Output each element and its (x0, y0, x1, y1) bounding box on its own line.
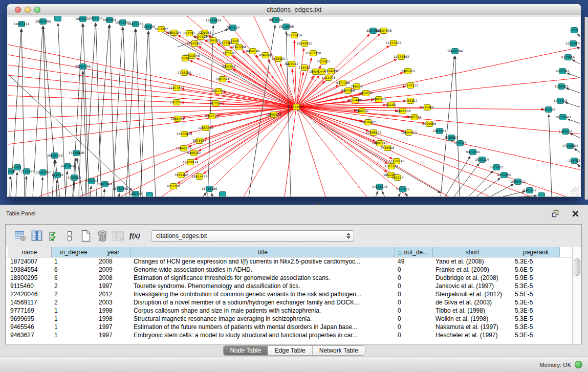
import-table-icon[interactable] (112, 230, 125, 243)
graph-edge[interactable] (96, 25, 109, 196)
graph-node[interactable]: 1965495 (171, 116, 185, 122)
tab-node-table[interactable]: Node Table (223, 346, 268, 355)
table-row[interactable]: 1830029562008Estimation of significance … (6, 274, 572, 282)
graph-node[interactable]: 1824534 (359, 91, 373, 96)
graph-node[interactable]: 2935114 (475, 157, 489, 163)
graph-node[interactable]: 6794028 (324, 69, 338, 74)
graph-edge[interactable] (83, 71, 87, 196)
graph-node[interactable]: 1244413 (554, 98, 568, 104)
graph-edge[interactable] (178, 107, 296, 184)
column-header-short[interactable]: short (433, 247, 512, 257)
graph-edge[interactable] (567, 119, 580, 124)
table-row[interactable]: 911546021997Tourette syndrome. Phenomeno… (6, 282, 572, 290)
graph-node[interactable]: 9560124 (167, 30, 181, 36)
graph-node[interactable]: 9242848 (222, 64, 236, 70)
graph-node[interactable]: 252254 (392, 175, 404, 181)
graph-edge[interactable] (85, 23, 95, 196)
column-header-pagerank[interactable]: pagerank (512, 247, 560, 257)
graph-edge[interactable] (398, 193, 400, 196)
graph-node[interactable]: 12213967 (386, 40, 402, 46)
graph-node[interactable]: 9890 (181, 56, 189, 61)
graph-edge[interactable] (566, 88, 580, 93)
graph-node[interactable]: 9857791 (167, 184, 181, 189)
graph-node[interactable]: 1640954 (433, 128, 447, 134)
column-header-name[interactable]: name (8, 247, 52, 257)
graph-node[interactable]: 7615526 (142, 24, 156, 30)
table-row[interactable]: 2242004622012Investigating the contribut… (6, 290, 572, 298)
graph-edge[interactable] (8, 85, 296, 107)
graph-node[interactable]: 1615152 (385, 164, 399, 169)
graph-node[interactable]: 1733426 (396, 187, 410, 192)
column-header-year[interactable]: year (96, 247, 131, 257)
graph-edge[interactable] (203, 107, 296, 196)
graph-node[interactable]: 917004 (210, 101, 222, 106)
graph-edge[interactable] (574, 148, 580, 153)
graph-edge[interactable] (26, 176, 27, 196)
window-titlebar[interactable]: citations_edges.txt (7, 4, 581, 15)
graph-node[interactable]: 8471675 (497, 172, 511, 178)
graph-edge[interactable] (565, 102, 580, 107)
graph-edge[interactable] (126, 29, 135, 196)
graph-node[interactable]: 1995810 (98, 182, 112, 187)
graph-node[interactable]: 12353584 (198, 125, 214, 131)
graph-node[interactable]: 19654923 (401, 130, 417, 136)
graph-node[interactable] (538, 193, 545, 197)
graph-node[interactable]: 9975887 (61, 164, 75, 169)
graph-node[interactable]: 12975115 (403, 83, 419, 89)
float-panel-icon[interactable] (549, 207, 562, 220)
graph-node[interactable]: 9146821 (259, 53, 273, 58)
graph-node[interactable]: 17359928 (69, 150, 84, 156)
graph-node[interactable]: 1209383 (555, 84, 569, 90)
graph-edge[interactable] (140, 31, 148, 196)
graph-node[interactable]: 16782759 (113, 186, 128, 192)
graph-edge[interactable] (455, 56, 460, 196)
graph-node[interactable] (146, 192, 153, 197)
column-header-title[interactable]: title (131, 247, 395, 257)
table-row[interactable]: 946554611997Estimation of the future num… (6, 323, 572, 331)
graph-edge[interactable] (376, 191, 378, 196)
graph-node[interactable]: 7932621 (490, 165, 504, 170)
resize-grip-icon[interactable] (571, 187, 579, 195)
node-table[interactable]: namein_degreeyeartitle△out_de...shortpag… (6, 247, 572, 344)
graph-node[interactable]: 7663822 (155, 27, 168, 32)
graph-node[interactable]: 14136141 (372, 184, 388, 190)
graph-edge[interactable] (513, 195, 537, 196)
graph-node[interactable]: 15046766 (176, 146, 192, 151)
select-column-icon[interactable] (30, 230, 43, 243)
graph-edge[interactable] (16, 172, 17, 196)
graph-node[interactable]: 12213563 (169, 85, 185, 91)
graph-node[interactable]: 7955812 (317, 59, 331, 64)
graph-node[interactable]: 16033809 (206, 18, 222, 24)
graph-node[interactable]: 1588520 (272, 56, 286, 62)
graph-edge[interactable] (296, 107, 410, 117)
column-header-in-degree[interactable]: in_degree (52, 247, 96, 257)
graph-node[interactable]: 16648784 (447, 49, 463, 54)
graph-edge[interactable] (296, 47, 580, 107)
graph-node[interactable]: 9495794 (408, 115, 422, 120)
graph-edge[interactable] (382, 191, 385, 196)
graph-node[interactable]: 1112 (570, 28, 578, 33)
graph-edge[interactable] (119, 193, 119, 196)
graph-edge[interactable] (162, 107, 296, 196)
graph-node[interactable]: 18325419 (287, 33, 302, 38)
graph-node[interactable]: 9115460 (421, 105, 434, 111)
graph-node[interactable]: 8454749 (246, 49, 260, 54)
graph-node[interactable]: 16961758 (306, 51, 321, 56)
graph-edge[interactable] (454, 163, 480, 196)
graph-edge[interactable] (73, 24, 82, 196)
graph-edge[interactable] (90, 186, 91, 196)
graph-node[interactable]: 10807487 (371, 97, 387, 102)
graph-edge[interactable] (123, 27, 130, 196)
graph-node[interactable]: 9699695 (423, 121, 437, 127)
graph-node[interactable]: 15166825 (177, 132, 192, 137)
graph-node[interactable]: 1527602 (89, 16, 103, 21)
new-file-icon[interactable] (79, 230, 92, 243)
table-row[interactable]: 1938455462009Genome-wide association stu… (6, 266, 572, 274)
graph-node[interactable]: 12142757 (35, 170, 51, 176)
graph-node[interactable]: 62160 (386, 102, 396, 108)
graph-node[interactable]: 16154808 (376, 28, 392, 34)
table-row[interactable]: 1872400712008Changes of HCN gene express… (6, 257, 572, 266)
graph-edge[interactable] (445, 156, 470, 196)
graph-node[interactable]: 1546 (231, 38, 238, 44)
graph-node[interactable]: 16120746 (389, 159, 405, 164)
